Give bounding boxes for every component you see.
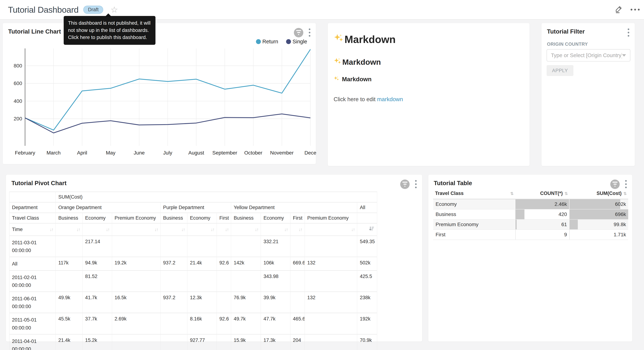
- favorite-star-icon[interactable]: ☆: [110, 6, 118, 14]
- sort-icon[interactable]: ↓↑: [76, 227, 80, 232]
- pivot-value-cell: 21.4k: [188, 257, 217, 270]
- pivot-value-cell: 92.6: [217, 313, 231, 334]
- table-row[interactable]: Economy 2.46k 602k: [433, 199, 628, 210]
- sort-icon[interactable]: ⇅: [624, 191, 626, 196]
- sort-icon[interactable]: ↓↑: [255, 227, 258, 232]
- pivot-corner-cell: [10, 192, 56, 202]
- table-row[interactable]: First 9 1.71k: [433, 230, 628, 240]
- pivot-value-cell: 937.2: [160, 257, 188, 270]
- sort-desc-icon[interactable]: [368, 226, 374, 233]
- more-horizontal-icon[interactable]: [630, 9, 640, 10]
- origin-country-select[interactable]: Type or Select [Origin Country]: [546, 49, 630, 62]
- pivot-sort-cell: ↓↑: [261, 224, 290, 236]
- count-cell: 9: [515, 230, 570, 240]
- pivot-time-header: Time↓↑: [10, 224, 56, 236]
- filter-indicator-icon[interactable]: [610, 180, 620, 189]
- pivot-value-cell: 425.5: [357, 270, 377, 292]
- pivot-row-label: 2011-05-0100:00:00: [10, 313, 56, 334]
- more-vertical-icon[interactable]: [627, 28, 630, 37]
- pivot-group-header: Purple Department: [160, 202, 231, 213]
- table-actions: [610, 179, 628, 189]
- sort-icon[interactable]: ⇅: [564, 191, 568, 196]
- column-header[interactable]: COUNT(*)⇅: [515, 188, 570, 199]
- sort-icon[interactable]: ↓↑: [298, 227, 302, 232]
- more-vertical-icon[interactable]: [624, 179, 628, 189]
- sort-icon[interactable]: ↓↑: [154, 227, 158, 232]
- pivot-value-cell: 16.5k: [112, 292, 160, 313]
- pivot-table: SUM(Cost)DepartmentOrange DepartmentPurp…: [9, 192, 377, 350]
- pivot-value-cell: 927.77: [188, 334, 217, 350]
- sort-icon[interactable]: ↓↑: [50, 227, 53, 232]
- pivot-sort-cell: ↓↑: [217, 224, 231, 236]
- pivot-subcolumn-header: First: [290, 213, 304, 224]
- pivot-value-cell: 76.9k: [231, 292, 261, 313]
- x-axis-tick: Dece: [304, 150, 316, 156]
- pivot-value-cell: 41.7k: [82, 292, 112, 313]
- legend-item[interactable]: Return: [256, 39, 278, 44]
- column-header[interactable]: Travel Class⇅: [433, 188, 515, 199]
- sum-cell: 602k: [569, 199, 628, 210]
- pivot-sort-cell-active: [357, 224, 377, 236]
- y-axis-tick: 800: [14, 63, 22, 68]
- sort-icon[interactable]: ↓↑: [284, 227, 288, 232]
- legend-label: Single: [292, 39, 307, 44]
- y-axis-tick: 600: [14, 80, 22, 86]
- pivot-value-cell: 81.52: [82, 270, 112, 292]
- pivot-value-cell: [304, 236, 357, 257]
- pivot-value-cell: 45.5k: [56, 313, 82, 334]
- x-axis-tick: April: [77, 150, 87, 156]
- legend-item[interactable]: Single: [286, 39, 307, 44]
- count-cell: 61: [515, 220, 570, 230]
- edit-icon: [614, 5, 623, 14]
- pivot-subcolumn-header: Economy: [188, 213, 217, 224]
- pivot-value-cell: [304, 334, 357, 350]
- pivot-value-cell: [160, 236, 188, 257]
- x-axis-tick: March: [46, 150, 60, 156]
- pivot-sort-cell: ↓↑: [188, 224, 217, 236]
- pivot-subcolumn-header: Business: [56, 213, 82, 224]
- pivot-value-cell: 132: [304, 292, 357, 313]
- sort-icon[interactable]: ↓↑: [351, 227, 354, 232]
- travel-class-cell: Business: [433, 209, 515, 220]
- edit-markdown-link[interactable]: markdown: [377, 96, 403, 102]
- x-axis-tick: October: [244, 150, 262, 156]
- table-row[interactable]: Business 420 696k: [433, 209, 628, 220]
- publish-tooltip[interactable]: This dashboard is not published, it will…: [64, 16, 156, 45]
- sort-icon[interactable]: ↓↑: [210, 227, 214, 232]
- pivot-value-cell: 19.2k: [112, 257, 160, 270]
- tutorial-filter-card: Tutorial Filter ORIGIN COUNTRY Type or S…: [541, 23, 635, 166]
- legend-label: Return: [262, 39, 278, 44]
- pivot-value-cell: 142k: [231, 257, 261, 270]
- pivot-value-cell: 106k: [261, 257, 290, 270]
- pivot-data-row: All117k94.9k19.2k937.221.4k92.6142k106k6…: [10, 257, 377, 270]
- x-axis-tick: May: [106, 150, 116, 156]
- sort-icon[interactable]: ⇅: [510, 191, 513, 196]
- filter-indicator-icon[interactable]: [400, 180, 410, 189]
- pivot-value-cell: 49.7k: [231, 313, 261, 334]
- x-axis-tick: November: [270, 150, 294, 156]
- apply-button[interactable]: APPLY: [546, 65, 574, 76]
- page-title: Tutorial Dashboard: [8, 5, 78, 15]
- more-vertical-icon[interactable]: [414, 179, 418, 189]
- sort-icon[interactable]: ↓↑: [181, 227, 185, 232]
- pivot-subcolumn-header: Business: [160, 213, 188, 224]
- pivot-sort-cell: ↓↑: [112, 224, 160, 236]
- sort-icon[interactable]: ↓↑: [225, 227, 228, 232]
- pivot-actions: [400, 179, 418, 189]
- pivot-data-row: 2011-04-0100:00:0021.4k15.2k927.7715.9k1…: [10, 334, 377, 350]
- pivot-value-cell: 92.6: [217, 257, 231, 270]
- draft-status-badge[interactable]: Draft: [83, 6, 104, 14]
- sort-icon[interactable]: ↓↑: [106, 227, 110, 232]
- pivot-value-cell: [217, 270, 231, 292]
- table-row[interactable]: Premium Economy 61 99.8k: [433, 220, 628, 230]
- pivot-value-cell: [56, 270, 82, 292]
- edit-dashboard-button[interactable]: [614, 5, 623, 14]
- pivot-value-cell: 15.2k: [82, 334, 112, 350]
- column-header[interactable]: SUM(Cost)⇅: [569, 188, 628, 199]
- pivot-value-cell: 549.35: [357, 236, 377, 257]
- pivot-metric-row: SUM(Cost): [10, 192, 377, 202]
- pivot-value-cell: 49.9k: [56, 292, 82, 313]
- filter-title: Tutorial Filter: [547, 28, 585, 35]
- pivot-value-cell: [231, 236, 261, 257]
- pivot-value-cell: [160, 313, 188, 334]
